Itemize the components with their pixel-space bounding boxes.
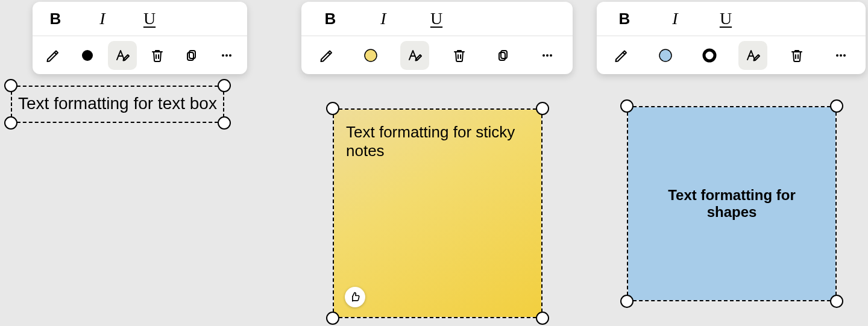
toolbar-sticky: B I U <box>301 2 573 74</box>
svg-point-13 <box>704 50 715 61</box>
resize-handle-sw[interactable] <box>620 295 634 308</box>
pencil-icon <box>614 48 629 63</box>
more-icon <box>834 48 848 63</box>
delete-button[interactable] <box>782 41 811 70</box>
text-style-icon <box>115 48 130 63</box>
bold-icon: B <box>50 11 61 27</box>
svg-point-6 <box>365 49 377 61</box>
toolbar-row-format: B I U <box>597 2 866 36</box>
bold-icon: B <box>325 11 336 27</box>
sticky-note[interactable]: Text formatting for sticky notes <box>334 110 541 317</box>
trash-icon <box>452 48 467 63</box>
textbox-object[interactable]: Text formatting for text box <box>11 86 224 123</box>
more-icon <box>219 48 234 63</box>
textbox-text[interactable]: Text formatting for text box <box>12 87 223 122</box>
bold-button[interactable]: B <box>316 4 345 33</box>
shape-text[interactable]: Text formatting for shapes <box>646 187 817 221</box>
resize-handle-nw[interactable] <box>620 99 634 113</box>
bold-icon: B <box>619 11 631 27</box>
sticky-text[interactable]: Text formatting for sticky notes <box>346 123 515 160</box>
underline-button[interactable]: U <box>711 4 740 33</box>
svg-point-4 <box>225 54 228 57</box>
resize-handle-se[interactable] <box>218 116 231 130</box>
sticky-object[interactable]: Text formatting for sticky notes <box>333 108 542 318</box>
italic-button[interactable]: I <box>88 4 117 33</box>
toolbar-textbox: B I U <box>33 2 247 74</box>
text-style-icon <box>407 48 423 63</box>
text-style-button[interactable] <box>738 41 767 70</box>
toolbar-row-actions <box>301 36 573 74</box>
more-button[interactable] <box>533 41 562 70</box>
trash-icon <box>790 48 804 63</box>
resize-handle-sw[interactable] <box>326 312 339 325</box>
toolbar-row-format: B I U <box>301 2 573 36</box>
svg-rect-7 <box>501 51 507 58</box>
svg-point-9 <box>542 54 545 57</box>
italic-icon: I <box>672 10 678 27</box>
edit-button[interactable] <box>607 41 636 70</box>
toolbar-row-actions <box>597 36 866 74</box>
svg-point-15 <box>840 54 842 57</box>
delete-button[interactable] <box>143 41 172 70</box>
svg-point-12 <box>659 49 671 61</box>
border-color-icon <box>702 48 717 63</box>
thumbs-up-icon <box>349 291 361 303</box>
shape-object[interactable]: Text formatting for shapes <box>627 106 837 301</box>
delete-button[interactable] <box>445 41 474 70</box>
svg-point-16 <box>843 54 846 57</box>
edit-button[interactable] <box>312 41 341 70</box>
text-style-button[interactable] <box>400 41 429 70</box>
more-button[interactable] <box>212 41 241 70</box>
resize-handle-ne[interactable] <box>218 79 231 92</box>
fill-color-icon <box>658 48 673 63</box>
copy-icon <box>184 48 199 63</box>
fill-color-icon <box>80 48 95 63</box>
selection-outline: Text formatting for text box <box>11 86 224 123</box>
toolbar-shape: B I U <box>597 2 866 74</box>
fill-color-button[interactable] <box>356 41 385 70</box>
underline-button[interactable]: U <box>422 4 451 33</box>
underline-button[interactable]: U <box>135 4 164 33</box>
border-color-button[interactable] <box>695 41 724 70</box>
italic-icon: I <box>380 10 386 27</box>
fill-color-button[interactable] <box>651 41 680 70</box>
resize-handle-se[interactable] <box>536 312 549 325</box>
selection-outline: Text formatting for sticky notes <box>333 108 542 318</box>
text-style-button[interactable] <box>108 41 137 70</box>
svg-point-0 <box>82 50 93 61</box>
copy-icon <box>496 48 511 63</box>
more-icon <box>540 48 555 63</box>
resize-handle-ne[interactable] <box>830 99 843 113</box>
resize-handle-nw[interactable] <box>4 79 17 92</box>
svg-point-5 <box>229 54 231 57</box>
resize-handle-ne[interactable] <box>536 102 549 115</box>
svg-point-14 <box>836 54 838 57</box>
edit-button[interactable] <box>39 41 68 70</box>
italic-button[interactable]: I <box>369 4 398 33</box>
resize-handle-nw[interactable] <box>326 102 339 115</box>
svg-point-10 <box>546 54 549 57</box>
bold-button[interactable]: B <box>41 4 70 33</box>
underline-icon: U <box>430 10 442 27</box>
toolbar-row-format: B I U <box>33 2 247 36</box>
italic-icon: I <box>99 10 105 27</box>
copy-button[interactable] <box>177 41 206 70</box>
fill-color-button[interactable] <box>73 41 102 70</box>
copy-button[interactable] <box>489 41 518 70</box>
toolbar-row-actions <box>33 36 247 74</box>
more-button[interactable] <box>826 41 855 70</box>
fill-color-icon <box>363 48 379 63</box>
underline-icon: U <box>720 10 732 27</box>
text-style-icon <box>745 48 761 63</box>
reaction-button[interactable] <box>345 287 365 307</box>
italic-button[interactable]: I <box>661 4 690 33</box>
svg-rect-8 <box>499 52 505 60</box>
svg-point-3 <box>222 54 224 57</box>
shape-rectangle[interactable]: Text formatting for shapes <box>628 107 835 300</box>
resize-handle-se[interactable] <box>830 295 843 308</box>
underline-icon: U <box>143 10 156 27</box>
pencil-icon <box>46 48 60 63</box>
svg-rect-1 <box>189 51 195 58</box>
resize-handle-sw[interactable] <box>4 116 17 130</box>
bold-button[interactable]: B <box>610 4 639 33</box>
